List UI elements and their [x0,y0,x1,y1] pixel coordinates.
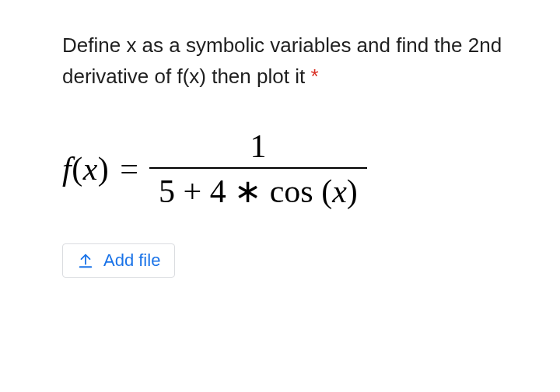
question-body: Define x as a symbolic variables and fin… [62,33,502,88]
upload-icon [77,252,94,269]
formula: f(x) = 1 5 + 4 ∗ cos (x) [62,127,513,212]
add-file-button[interactable]: Add file [62,243,175,278]
formula-denominator: 5 + 4 ∗ cos (x) [149,167,367,211]
add-file-label: Add file [103,250,160,271]
required-mark: * [310,65,318,88]
formula-equals: = [120,150,138,187]
question-text: Define x as a symbolic variables and fin… [62,30,513,93]
formula-lhs: f(x) [62,150,109,187]
formula-numerator: 1 [240,127,275,167]
formula-fraction: 1 5 + 4 ∗ cos (x) [149,127,367,212]
